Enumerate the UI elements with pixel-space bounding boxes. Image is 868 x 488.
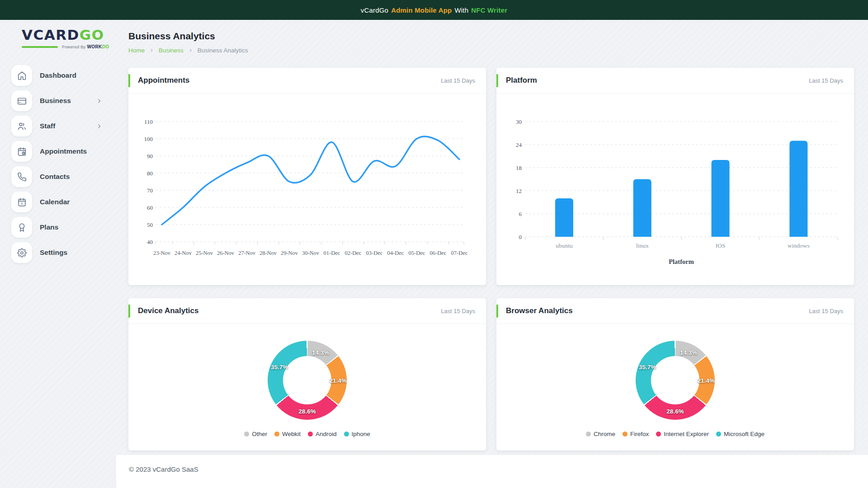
footer-text: © 2023 vCardGo SaaS [129,465,198,473]
bar-linux [633,179,651,237]
browser-donut-chart: 14.3%21.4%28.6%35.7% [636,341,715,420]
breadcrumb-item-business[interactable]: Business [159,47,184,54]
legend-dot [656,432,661,436]
x-tick-label: 28-Nov [259,250,277,256]
phone-icon [11,166,32,187]
x-tick-label: 25-Nov [196,250,213,256]
y-tick-label: 110 [144,118,153,125]
card-period-label: Last 15 Days [441,77,475,84]
x-tick-label: 05-Dec [409,250,425,256]
y-tick-label: 18 [516,164,522,171]
category-label: IOS [716,242,726,249]
sidebar-item-business[interactable]: Business [0,88,116,113]
y-tick-label: 30 [516,118,522,125]
x-tick-label: 30-Nov [302,250,320,256]
category-label: windows [788,242,810,249]
logo-powered-by: Powered By WORKDO [62,44,109,49]
gear-icon [11,242,32,263]
browser-legend: ChromeFirefoxInternet ExplorerMicrosoft … [586,431,764,437]
topbar-highlight-admin: Admin Mobile App [391,6,452,14]
legend-label: Chrome [594,431,615,437]
sidebar-item-staff[interactable]: Staff [0,113,116,139]
appointments-line-chart: 11010090807060504023-Nov24-Nov25-Nov26-N… [128,94,486,265]
card-appointments-header: Appointments Last 15 Days [128,68,486,94]
vcardgo-logo[interactable]: VCARDGO Powered By WORKDO [22,27,116,49]
card-title: Platform [506,76,537,85]
legend-item-iphone[interactable]: Iphone [344,431,370,437]
y-tick-label: 12 [516,188,522,194]
breadcrumb-item-business-analytics: Business Analytics [198,47,248,54]
device-legend: OtherWebkitAndroidIphone [244,431,370,437]
card-browser-analytics-header: Browser Analytics Last 15 Days [496,298,854,324]
workdo-brand-work: WORK [87,44,102,49]
y-tick-label: 0 [519,234,522,240]
legend-dot [716,432,721,436]
powered-by-text: Powered By [62,45,86,49]
topbar-highlight-nfc: NFC Writer [471,6,507,14]
x-tick-label: 04-Dec [387,250,404,256]
sidebar-item-dashboard[interactable]: Dashboard [0,63,116,88]
logo-underline [22,46,58,48]
footer: © 2023 vCardGo SaaS [116,455,868,488]
y-tick-label: 70 [147,187,153,194]
breadcrumb-chevron-icon [188,48,193,53]
legend-dot [586,432,591,436]
sidebar-item-appointments[interactable]: Appointments [0,139,116,164]
legend-item-webkit[interactable]: Webkit [274,431,301,437]
sidebar-item-calendar[interactable]: Calendar [0,189,116,215]
main-content: Business Analytics HomeBusinessBusiness … [116,20,868,488]
credit-card-icon [11,90,32,111]
category-label: ubuntu [556,242,573,249]
sidebar-item-label: Business [40,97,71,105]
bar-ubuntu [555,198,573,237]
legend-dot [244,432,249,436]
x-axis-ticks [525,237,838,240]
y-tick-label: 60 [147,204,153,211]
legend-item-firefox[interactable]: Firefox [623,431,649,437]
card-appointments: Appointments Last 15 Days 11010090807060… [128,68,486,285]
legend-dot [623,432,627,436]
legend-dot [274,432,279,436]
sidebar-item-label: Contacts [40,173,70,181]
legend-label: Android [316,431,337,437]
line-grid: 110100908070605040 [144,118,464,245]
legend-item-android[interactable]: Android [308,431,337,437]
topbar-title: vCardGoAdmin Mobile AppWithNFC Writer [359,6,509,14]
bar-ios [712,160,730,237]
sidebar-item-label: Staff [40,122,55,130]
legend-item-microsoft-edge[interactable]: Microsoft Edge [716,431,764,437]
x-tick-label: 29-Nov [281,250,298,256]
y-tick-label: 100 [144,136,153,142]
y-tick-label: 50 [147,221,153,228]
legend-item-chrome[interactable]: Chrome [586,431,615,437]
sidebar-item-label: Appointments [40,147,87,155]
sidebar-item-plans[interactable]: Plans [0,215,116,240]
x-tick-label: 23-Nov [153,250,171,256]
legend-item-internet-explorer[interactable]: Internet Explorer [656,431,709,437]
card-period-label: Last 15 Days [809,77,843,84]
platform-bar-chart: 3024181260ubuntulinuxIOSwindowsPlatform [496,94,854,270]
x-tick-label: 06-Dec [430,250,447,256]
legend-item-other[interactable]: Other [244,431,267,437]
users-icon [11,116,32,136]
x-axis-ticks [156,242,464,244]
breadcrumb-item-home[interactable]: Home [128,47,145,54]
sidebar-item-contacts[interactable]: Contacts [0,164,116,189]
card-platform-header: Platform Last 15 Days [496,68,854,94]
bar-chart-svg: 3024181260ubuntulinuxIOSwindowsPlatform [508,105,838,268]
chevron-right-icon [96,123,103,130]
x-axis-labels: 23-Nov24-Nov25-Nov26-Nov27-Nov28-Nov29-N… [153,250,468,256]
x-tick-label: 07-Dec [451,250,468,256]
y-tick-label: 6 [519,211,522,217]
y-tick-label: 90 [147,153,153,160]
chevron-right-icon [96,98,103,104]
topbar-with: With [454,6,468,14]
x-tick-label: 03-Dec [366,250,383,256]
donut-percent-label: 28.6% [666,408,684,414]
legend-label: Webkit [282,431,301,437]
sidebar-item-settings[interactable]: Settings [0,240,116,265]
appointments-series-line [162,136,459,225]
breadcrumb: HomeBusinessBusiness Analytics [128,46,854,54]
y-tick-label: 40 [147,239,153,245]
x-tick-label: 27-Nov [238,250,256,256]
